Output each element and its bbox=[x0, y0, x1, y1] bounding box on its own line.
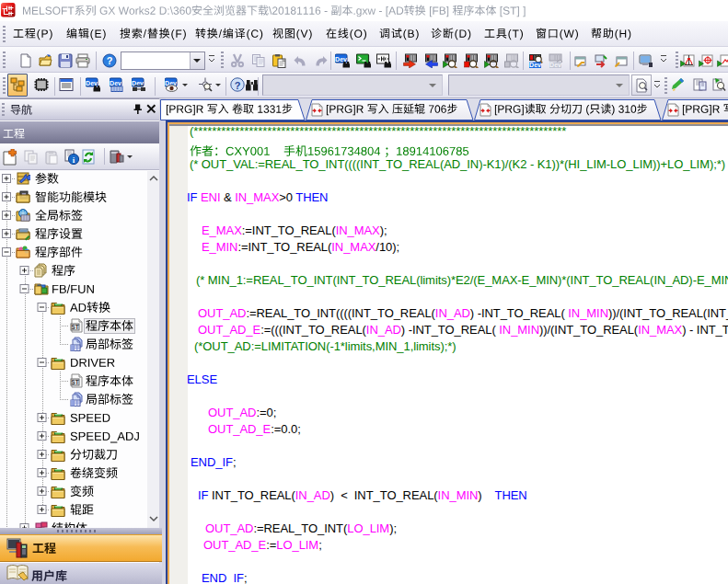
svg-text:ST: ST bbox=[71, 379, 78, 385]
svg-text:?: ? bbox=[107, 55, 113, 66]
svg-text:Dev: Dev bbox=[86, 80, 98, 86]
svg-text:Dev: Dev bbox=[110, 80, 121, 86]
svg-text:Dev: Dev bbox=[335, 56, 347, 63]
svg-text:?: ? bbox=[235, 80, 241, 91]
svg-text:Dev: Dev bbox=[132, 80, 144, 86]
svg-text:Dev: Dev bbox=[549, 62, 561, 68]
svg-text:ST: ST bbox=[71, 324, 78, 330]
svg-text:Dev: Dev bbox=[529, 62, 541, 68]
